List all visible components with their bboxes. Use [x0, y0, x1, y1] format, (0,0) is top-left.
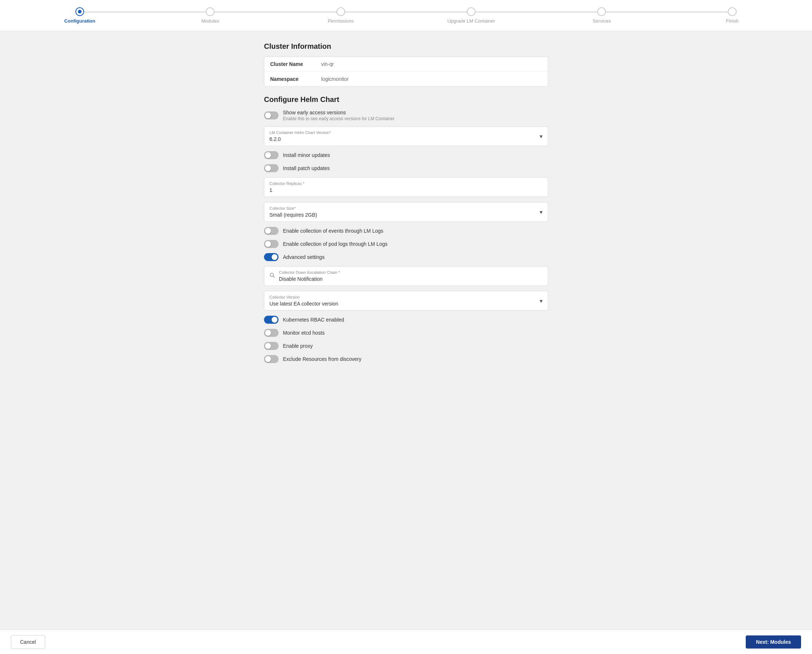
lm-container-version-arrow-icon: ▾ — [540, 133, 543, 140]
collector-down-value: Disable Notification — [279, 276, 543, 282]
step-label-modules: Modules — [201, 18, 219, 24]
collector-down-inner: Collector Down Escalation Chain * Disabl… — [279, 270, 543, 282]
enable-pod-logs-toggle[interactable] — [264, 240, 279, 248]
collector-version-field[interactable]: Collector Version Use latest EA collecto… — [264, 291, 548, 311]
monitor-etcd-label: Monitor etcd hosts — [283, 330, 324, 336]
exclude-resources-row: Exclude Resources from discovery — [264, 355, 548, 363]
collector-version-arrow-icon: ▾ — [540, 298, 543, 304]
step-circle-modules — [206, 7, 214, 16]
search-icon — [269, 272, 275, 280]
exclude-resources-label: Exclude Resources from discovery — [283, 356, 362, 362]
svg-line-1 — [273, 277, 275, 278]
install-minor-updates-label: Install minor updates — [283, 152, 330, 158]
collector-replicas-label: Collector Replicas * — [269, 181, 543, 186]
lm-container-version-value: 6.2.0 — [269, 136, 543, 142]
k8s-rbac-toggle[interactable] — [264, 316, 279, 324]
show-early-access-label: Show early access versions — [283, 110, 394, 115]
advanced-settings-toggle[interactable] — [264, 253, 279, 261]
step-circle-finish — [728, 7, 737, 16]
footer: Cancel Next: Modules — [0, 630, 812, 654]
namespace-label: Namespace — [270, 76, 321, 82]
enable-events-row: Enable collection of events through LM L… — [264, 227, 548, 235]
install-patch-updates-row: Install patch updates — [264, 164, 548, 172]
collector-size-arrow-icon: ▾ — [540, 209, 543, 215]
svg-point-0 — [270, 273, 273, 277]
step-permissions[interactable]: Permissions — [276, 7, 406, 24]
step-services[interactable]: Services — [536, 7, 667, 24]
lm-container-version-field[interactable]: LM Container Helm Chart Version* 6.2.0 ▾ — [264, 126, 548, 146]
exclude-resources-toggle[interactable] — [264, 355, 279, 363]
step-configuration[interactable]: Configuration — [15, 7, 145, 24]
collector-version-label: Collector Version — [269, 295, 543, 299]
step-label-upgrade-lm-container: Upgrade LM Container — [447, 18, 495, 24]
cluster-info-title: Cluster Information — [264, 42, 548, 50]
configure-helm-title: Configure Helm Chart — [264, 95, 548, 104]
show-early-access-text: Show early access versions Enable this t… — [283, 110, 394, 121]
collector-version-value: Use latest EA collector version — [269, 301, 543, 307]
step-circle-services — [597, 7, 606, 16]
enable-proxy-toggle[interactable] — [264, 342, 279, 350]
main-content: Cluster Information Cluster Name vin-qr … — [0, 31, 812, 630]
collector-size-value: Small (requires 2GB) — [269, 212, 543, 218]
step-label-finish: Finish — [726, 18, 739, 24]
collector-size-field[interactable]: Collector Size* Small (requires 2GB) ▾ — [264, 202, 548, 222]
collector-size-label: Collector Size* — [269, 206, 543, 211]
k8s-rbac-row: Kubernetes RBAC enabled — [264, 316, 548, 324]
install-minor-updates-toggle[interactable] — [264, 151, 279, 159]
show-early-access-toggle[interactable] — [264, 112, 279, 119]
install-minor-updates-row: Install minor updates — [264, 151, 548, 159]
step-circle-permissions — [336, 7, 345, 16]
install-patch-updates-toggle[interactable] — [264, 164, 279, 172]
show-early-access-sublabel: Enable this to see early access versions… — [283, 116, 394, 121]
monitor-etcd-row: Monitor etcd hosts — [264, 329, 548, 337]
enable-pod-logs-row: Enable collection of pod logs through LM… — [264, 240, 548, 248]
lm-container-version-label: LM Container Helm Chart Version* — [269, 130, 543, 135]
step-upgrade-lm-container[interactable]: Upgrade LM Container — [406, 7, 536, 24]
step-circle-configuration — [75, 7, 84, 16]
collector-down-label: Collector Down Escalation Chain * — [279, 270, 543, 275]
cluster-info-table: Cluster Name vin-qr Namespace logicmonit… — [264, 57, 548, 87]
monitor-etcd-toggle[interactable] — [264, 329, 279, 337]
cluster-name-value: vin-qr — [321, 61, 334, 67]
step-label-configuration: Configuration — [64, 18, 95, 24]
step-label-services: Services — [593, 18, 611, 24]
enable-events-label: Enable collection of events through LM L… — [283, 228, 383, 234]
collector-replicas-value: 1 — [269, 187, 543, 193]
advanced-settings-row: Advanced settings — [264, 253, 548, 261]
stepper: Configuration Modules Permissions Upgrad… — [0, 0, 812, 31]
show-early-access-row: Show early access versions Enable this t… — [264, 110, 548, 121]
collector-replicas-field[interactable]: Collector Replicas * 1 — [264, 177, 548, 197]
enable-proxy-row: Enable proxy — [264, 342, 548, 350]
namespace-value: logicmonitor — [321, 76, 348, 82]
cluster-name-label: Cluster Name — [270, 61, 321, 67]
install-patch-updates-label: Install patch updates — [283, 165, 330, 171]
collector-down-field[interactable]: Collector Down Escalation Chain * Disabl… — [264, 266, 548, 286]
enable-pod-logs-label: Enable collection of pod logs through LM… — [283, 241, 388, 247]
cluster-name-row: Cluster Name vin-qr — [264, 57, 548, 72]
namespace-row: Namespace logicmonitor — [264, 72, 548, 86]
form-container: Cluster Information Cluster Name vin-qr … — [264, 42, 548, 368]
enable-events-toggle[interactable] — [264, 227, 279, 235]
step-label-permissions: Permissions — [328, 18, 354, 24]
enable-proxy-label: Enable proxy — [283, 343, 313, 349]
step-modules[interactable]: Modules — [145, 7, 275, 24]
k8s-rbac-label: Kubernetes RBAC enabled — [283, 317, 344, 322]
step-finish[interactable]: Finish — [667, 7, 797, 24]
advanced-settings-label: Advanced settings — [283, 254, 324, 260]
next-button[interactable]: Next: Modules — [746, 636, 801, 649]
cancel-button[interactable]: Cancel — [11, 635, 45, 649]
step-circle-upgrade-lm-container — [467, 7, 476, 16]
